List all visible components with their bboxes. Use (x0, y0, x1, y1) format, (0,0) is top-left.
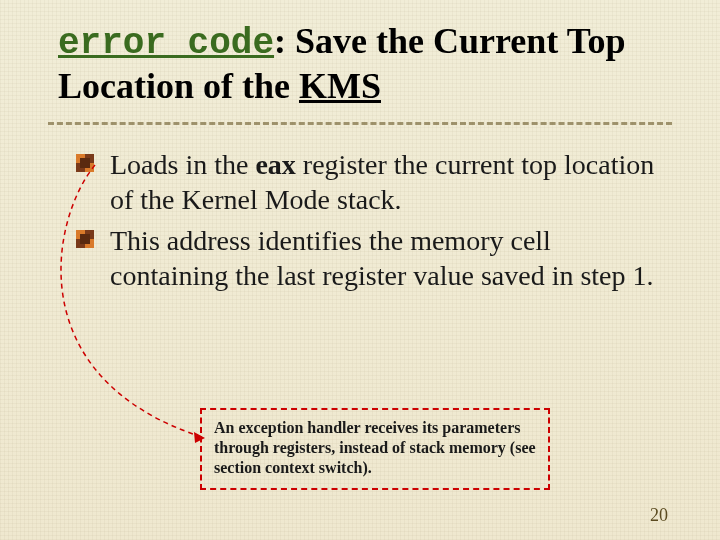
bullet-text-bold: eax (255, 149, 295, 180)
svg-rect-7 (80, 234, 90, 244)
square-pattern-bullet-icon (76, 154, 94, 172)
page-number: 20 (650, 505, 668, 526)
callout-text: An exception handler receives its parame… (214, 419, 536, 476)
bullet-item: Loads in the eax register the current to… (106, 147, 662, 217)
callout-box: An exception handler receives its parame… (200, 408, 550, 490)
bullet-item: This address identifies the memory cell … (106, 223, 662, 293)
svg-rect-3 (80, 158, 90, 168)
square-pattern-bullet-icon (76, 230, 94, 248)
title-code: error_code (58, 23, 274, 64)
title-kms: KMS (299, 66, 381, 106)
slide: error_code: Save the Current Top Locatio… (0, 0, 720, 540)
slide-title: error_code: Save the Current Top Locatio… (58, 20, 662, 108)
bullet-text-pre: Loads in the (110, 149, 255, 180)
title-divider (48, 122, 672, 125)
bullet-list: Loads in the eax register the current to… (106, 147, 662, 293)
bullet-text: This address identifies the memory cell … (110, 225, 654, 291)
